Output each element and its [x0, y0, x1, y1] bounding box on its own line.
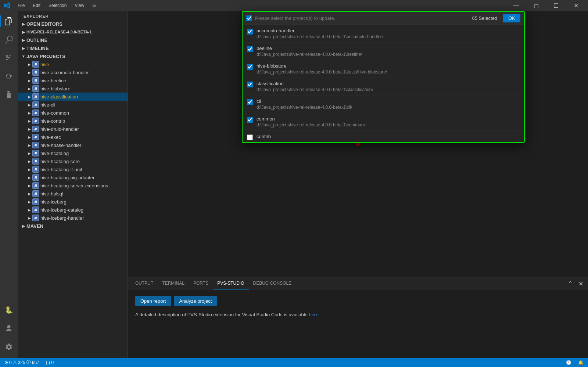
cli-content: cli d:\Java_projects\hive-rel-release-4.…: [257, 98, 520, 110]
java-projects-section[interactable]: ▼ JAVA PROJECTS: [18, 52, 128, 60]
statusbar: ⊗ 0 ⚠ 325 ⓘ 657 (·) 0 🕐 🔔: [0, 358, 588, 367]
menu-view[interactable]: View: [72, 2, 87, 9]
project-hive-common[interactable]: ▶ J! hive-common: [18, 109, 128, 117]
minimize-button[interactable]: —: [508, 0, 525, 11]
accumulo-checkbox[interactable]: [247, 29, 253, 35]
status-clock[interactable]: 🕐: [564, 358, 573, 367]
project-hive-cli[interactable]: ▶ J! hive-cli: [18, 101, 128, 109]
menu-go[interactable]: G: [89, 2, 98, 9]
search-activity-icon[interactable]: [0, 31, 18, 48]
hbase-chevron: ▶: [26, 142, 32, 148]
explorer-activity-icon[interactable]: [0, 12, 18, 30]
project-hive-hcatalog-it-unit[interactable]: ▶ J! hive-hcatalog-it-unit: [18, 165, 128, 173]
status-bell[interactable]: 🔔: [577, 358, 585, 367]
status-errors[interactable]: ⊗ 0 ⚠ 325 ⓘ 657: [3, 358, 41, 367]
project-hive-hcatalog-server[interactable]: ▶ J! hive-hcatalog-server-extensions: [18, 181, 128, 190]
dialog-item-cli[interactable]: cli d:\Java_projects\hive-rel-release-4.…: [243, 96, 524, 113]
common-java-icon: J!: [32, 109, 39, 116]
info-icon: ⓘ: [26, 359, 31, 366]
project-hive-iceberg[interactable]: ▶ J! hive-iceberg: [18, 198, 128, 206]
panel-actions: ^ ✕: [566, 279, 585, 288]
contrib-checkbox[interactable]: [247, 134, 253, 140]
open-editors-chevron: ▶: [21, 21, 26, 27]
dialog-item-contrib[interactable]: contrib: [243, 131, 524, 142]
dialog-ok-button[interactable]: OK: [503, 14, 520, 22]
common-chevron: ▶: [26, 110, 32, 116]
settings-activity-icon[interactable]: [0, 338, 18, 356]
activity-bar: 🐍: [0, 11, 18, 358]
tab-pvs-studio[interactable]: PVS-STUDIO: [213, 277, 248, 290]
project-hive-beeline[interactable]: ▶ J! hive-beeline: [18, 76, 128, 84]
titlebar: File Edit Selection View G — ◻ ☐ ✕: [0, 0, 588, 11]
debug-activity-icon[interactable]: [0, 68, 18, 85]
tab-output[interactable]: OUTPUT: [131, 277, 158, 290]
beeline-dialog-name: beeline: [257, 46, 520, 51]
account-activity-icon[interactable]: [0, 320, 18, 337]
hive-rel-section[interactable]: ▶ HIVE-REL-RELEASE-4.0.0-BETA-1: [18, 28, 128, 36]
project-hive-druid-handler[interactable]: ▶ J! hive-druid-handler: [18, 125, 128, 133]
statusbar-right: 🕐 🔔: [564, 358, 585, 367]
hbase-java-icon: J!: [32, 142, 39, 148]
accumulo-java-icon: J!: [32, 69, 39, 76]
dialog-item-classification[interactable]: classification d:\Java_projects\hive-rel…: [243, 78, 524, 96]
panel-maximize-button[interactable]: ^: [566, 279, 575, 288]
hive-rel-label: HIVE-REL-RELEASE-4.0.0-BETA-1: [26, 30, 92, 34]
project-hive-exec[interactable]: ▶ J! hive-exec: [18, 133, 128, 141]
restore-button[interactable]: ◻: [528, 0, 545, 11]
cli-dialog-name: cli: [257, 98, 520, 104]
here-link[interactable]: here: [309, 312, 318, 317]
dialog-item-beeline[interactable]: beeline d:\Java_projects\hive-rel-releas…: [243, 43, 524, 60]
select-all-checkbox[interactable]: [246, 15, 252, 21]
project-hive-hplsql[interactable]: ▶ J! hive-hplsql: [18, 190, 128, 198]
hcatalog-label: hive-hcatalog: [40, 151, 125, 156]
beeline-chevron: ▶: [26, 78, 32, 83]
close-button[interactable]: ✕: [567, 0, 584, 11]
dialog-search-input[interactable]: [255, 15, 469, 21]
tab-debug-console[interactable]: DEBUG CONSOLE: [249, 277, 296, 290]
classification-checkbox[interactable]: [247, 82, 253, 87]
project-hive-blobstore[interactable]: ▶ J! hive-blobstore: [18, 84, 128, 93]
open-editors-section[interactable]: ▶ OPEN EDITORS: [18, 20, 128, 28]
project-hive-hbase-handler[interactable]: ▶ J! hive-hbase-handler: [18, 141, 128, 149]
open-report-button[interactable]: Open report: [135, 296, 171, 306]
project-hive-hcatalog-core[interactable]: ▶ J! hive-hcatalog-core: [18, 157, 128, 165]
common-checkbox[interactable]: [247, 117, 253, 123]
maximize-button[interactable]: ☐: [548, 0, 564, 11]
python-activity-icon[interactable]: 🐍: [0, 301, 18, 319]
project-hive-hcatalog-pig-adapter[interactable]: ▶ J! hive-hcatalog-pig-adapter: [18, 173, 128, 181]
beeline-checkbox[interactable]: [247, 46, 253, 52]
dialog-item-blobstore[interactable]: hive-blobstore d:\Java_projects\hive-rel…: [243, 60, 524, 78]
menu-selection[interactable]: Selection: [46, 2, 69, 9]
project-hive-iceberg-catalog[interactable]: ▶ J! hive-iceberg-catalog: [18, 206, 128, 214]
project-hive-contrib[interactable]: ▶ J! hive-contrib: [18, 117, 128, 125]
cli-label: hive-cli: [40, 102, 125, 108]
dialog-item-accumulo[interactable]: accumulo-handler d:\Java_projects\hive-r…: [243, 25, 524, 43]
analyze-project-button[interactable]: Analyze project: [174, 296, 217, 306]
dialog-header: 65 Selected OK: [243, 12, 524, 25]
timeline-section[interactable]: ▶ TIMELINE: [18, 44, 128, 52]
status-signal[interactable]: (·) 0: [44, 358, 55, 367]
menu-edit[interactable]: Edit: [30, 2, 43, 9]
maven-section[interactable]: ▶ MAVEN: [18, 222, 128, 230]
source-control-activity-icon[interactable]: [0, 49, 18, 67]
hcatalog-java-icon: J!: [32, 150, 39, 156]
panel-close-button[interactable]: ✕: [576, 279, 585, 288]
hplsql-chevron: ▶: [26, 191, 32, 197]
tab-terminal[interactable]: TERMINAL: [158, 277, 189, 290]
tab-ports[interactable]: PORTS: [189, 277, 213, 290]
open-editors-label: OPEN EDITORS: [26, 21, 62, 27]
project-hive[interactable]: ▶ J! hive: [18, 60, 128, 68]
outline-section[interactable]: ▶ OUTLINE: [18, 36, 128, 44]
project-hive-accumulo-handler[interactable]: ▶ J! hive-accumulo-handler: [18, 68, 128, 76]
cli-checkbox[interactable]: [247, 99, 253, 105]
hcatalog-pig-chevron: ▶: [26, 174, 32, 180]
dialog-item-common[interactable]: common d:\Java_projects\hive-rel-release…: [243, 113, 524, 131]
project-hive-iceberg-handler[interactable]: ▶ J! hive-iceberg-handler: [18, 214, 128, 222]
blobstore-checkbox[interactable]: [247, 64, 253, 70]
project-hive-classification[interactable]: ▶ J! hive-classification: [18, 93, 128, 101]
hcatalog-pig-label: hive-hcatalog-pig-adapter: [40, 175, 125, 180]
project-hive-hcatalog[interactable]: ▶ J! hive-hcatalog: [18, 149, 128, 157]
extensions-activity-icon[interactable]: [0, 86, 18, 104]
menu-file[interactable]: File: [15, 2, 28, 9]
dialog-list: accumulo-handler d:\Java_projects\hive-r…: [243, 25, 524, 142]
